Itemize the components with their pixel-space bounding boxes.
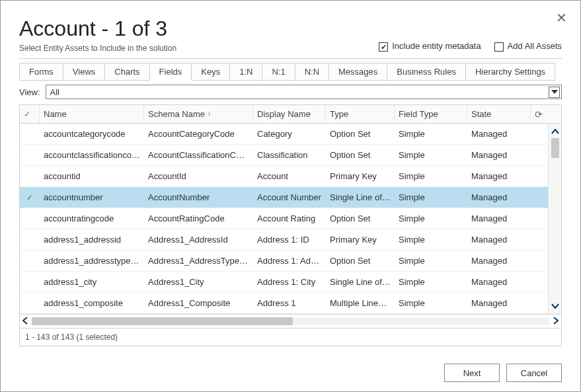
tab-hierarchy-settings[interactable]: Hierarchy Settings <box>465 63 555 81</box>
fields-grid: ✓ Name Schema Name ↑ Display Name Type F… <box>19 104 562 314</box>
page-subtitle: Select Entity Assets to Include in the s… <box>19 44 176 53</box>
cell-fieldtype: Simple <box>395 129 467 139</box>
cell-name: accountclassificationcode <box>40 150 144 160</box>
table-row[interactable]: accountratingcodeAccountRatingCodeAccoun… <box>20 208 548 229</box>
tab-messages[interactable]: Messages <box>329 63 387 81</box>
view-label: View: <box>19 87 40 97</box>
scroll-right-icon[interactable] <box>553 316 559 327</box>
grid-header-row: ✓ Name Schema Name ↑ Display Name Type F… <box>20 105 561 124</box>
cell-schema: AccountNumber <box>144 192 253 202</box>
table-row[interactable]: accountclassificationcodeAccountClassifi… <box>20 145 548 166</box>
scroll-up-icon[interactable] <box>551 126 559 137</box>
tab-keys[interactable]: Keys <box>191 63 229 81</box>
grid-body: accountcategorycodeAccountCategoryCodeCa… <box>20 124 548 314</box>
column-header-type[interactable]: Type <box>326 105 395 123</box>
cell-schema: AccountCategoryCode <box>144 129 253 139</box>
column-header-schema-label: Schema Name <box>148 109 205 119</box>
table-row[interactable]: address1_addresstypecodeAddress1_Address… <box>20 251 548 272</box>
cell-type: Option Set <box>326 150 395 160</box>
column-header-schema[interactable]: Schema Name ↑ <box>144 105 253 123</box>
select-all-column[interactable]: ✓ <box>20 105 40 123</box>
cell-name: address1_addresstypecode <box>40 256 144 266</box>
column-header-display[interactable]: Display Name <box>253 105 326 123</box>
close-button[interactable]: ✕ <box>556 10 567 26</box>
tab-business-rules[interactable]: Business Rules <box>387 63 465 81</box>
cell-display: Address 1 <box>253 298 326 308</box>
tab-1-n[interactable]: 1:N <box>229 63 262 81</box>
cell-type: Single Line of Text <box>326 192 395 202</box>
entity-asset-tabs: FormsViewsChartsFieldsKeys1:NN:1N:NMessa… <box>19 63 555 81</box>
table-row[interactable]: address1_compositeAddress1_CompositeAddr… <box>20 293 548 314</box>
tab-charts[interactable]: Charts <box>104 63 149 81</box>
cell-schema: Address1_AddressTypeCode <box>144 256 253 266</box>
cell-type: Multiple Lines of… <box>326 298 395 308</box>
cell-name: accountnumber <box>40 192 144 202</box>
table-row[interactable]: address1_addressidAddress1_AddressIdAddr… <box>20 229 548 251</box>
cell-name: address1_city <box>40 277 144 287</box>
cell-name: address1_addressid <box>40 235 144 245</box>
hscroll-thumb[interactable] <box>32 317 293 325</box>
cell-name: address1_composite <box>40 298 144 308</box>
refresh-button[interactable]: ⟳ <box>531 105 548 123</box>
view-select[interactable]: All <box>46 85 562 99</box>
add-all-assets-label: Add All Assets <box>508 41 562 51</box>
cell-display: Classification <box>253 150 326 160</box>
tab-forms[interactable]: Forms <box>19 63 63 81</box>
cell-display: Address 1: Addr… <box>253 256 326 266</box>
cell-schema: AccountId <box>144 171 253 181</box>
cell-state: Managed <box>467 150 531 160</box>
cell-fieldtype: Simple <box>395 298 467 308</box>
check-icon: ✓ <box>26 193 33 202</box>
table-row[interactable]: address1_cityAddress1_CityAddress 1: Cit… <box>20 272 548 293</box>
cell-display: Account <box>253 171 326 181</box>
cell-type: Option Set <box>326 129 395 139</box>
add-all-assets-checkbox[interactable]: Add All Assets <box>494 41 562 52</box>
table-row[interactable]: accountcategorycodeAccountCategoryCodeCa… <box>20 124 548 145</box>
cell-display: Category <box>253 129 326 139</box>
next-button[interactable]: Next <box>444 364 500 382</box>
scroll-left-icon[interactable] <box>22 316 28 327</box>
cell-schema: Address1_Composite <box>144 298 253 308</box>
status-bar: 1 - 143 of 143 (1 selected) <box>19 329 562 346</box>
include-metadata-label: Include entity metadata <box>392 41 481 51</box>
column-header-fieldtype[interactable]: Field Type <box>395 105 467 123</box>
cell-schema: AccountClassificationCode <box>144 150 253 160</box>
scroll-down-icon[interactable] <box>551 301 559 311</box>
cell-type: Primary Key <box>326 171 395 181</box>
table-row[interactable]: ✓accountnumberAccountNumberAccount Numbe… <box>20 187 548 208</box>
cell-display: Address 1: City <box>253 277 326 287</box>
table-row[interactable]: accountidAccountIdAccountPrimary KeySimp… <box>20 166 548 187</box>
chevron-down-icon <box>549 87 560 98</box>
checkbox-icon <box>379 42 388 52</box>
cell-state: Managed <box>467 192 531 202</box>
cell-display: Address 1: ID <box>253 235 326 245</box>
tab-fields[interactable]: Fields <box>149 63 192 81</box>
page-title: Account - 1 of 3 <box>19 17 176 41</box>
sort-ascending-icon: ↑ <box>208 110 211 118</box>
hscroll-track[interactable] <box>32 317 549 325</box>
cell-state: Managed <box>467 214 531 223</box>
cell-fieldtype: Simple <box>395 150 467 160</box>
checkbox-icon <box>494 42 504 52</box>
cell-name: accountcategorycode <box>40 129 144 139</box>
horizontal-scrollbar[interactable] <box>19 314 562 329</box>
cell-state: Managed <box>467 129 531 139</box>
tab-n-1[interactable]: N:1 <box>262 63 294 81</box>
cell-type: Option Set <box>326 214 395 223</box>
vertical-scrollbar[interactable] <box>548 124 561 314</box>
column-header-name[interactable]: Name <box>40 105 144 123</box>
cell-display: Account Number <box>253 192 326 202</box>
check-icon: ✓ <box>24 110 30 119</box>
view-select-value: All <box>50 87 59 97</box>
cell-state: Managed <box>467 171 531 181</box>
cancel-button[interactable]: Cancel <box>506 364 562 382</box>
tab-n-n[interactable]: N:N <box>295 63 329 81</box>
tab-views[interactable]: Views <box>63 63 104 81</box>
column-header-state[interactable]: State <box>467 105 531 123</box>
cell-state: Managed <box>467 298 531 308</box>
include-metadata-checkbox[interactable]: Include entity metadata <box>379 41 481 52</box>
row-check-cell[interactable]: ✓ <box>20 192 40 202</box>
cell-fieldtype: Simple <box>395 192 467 202</box>
cell-name: accountratingcode <box>40 214 144 223</box>
scrollbar-thumb[interactable] <box>551 138 559 158</box>
